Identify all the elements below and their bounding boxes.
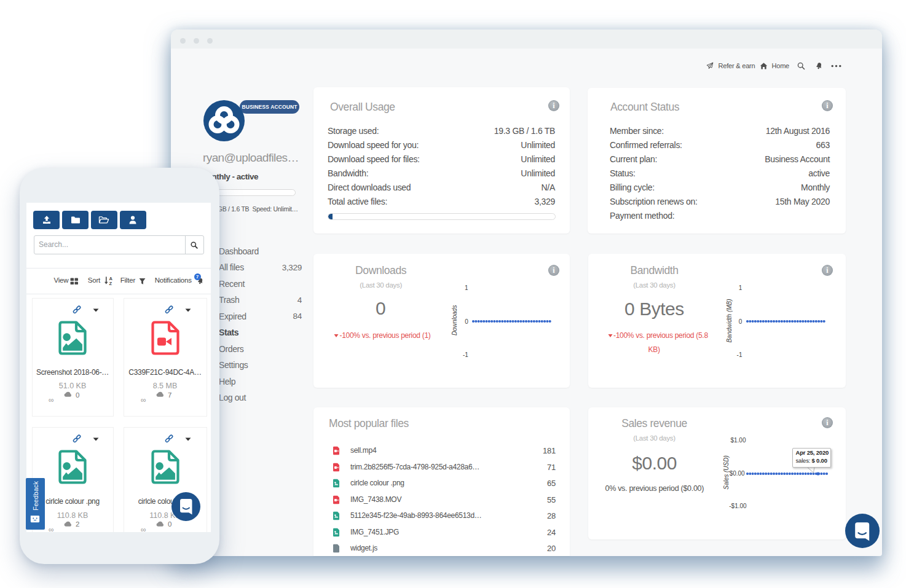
svg-text:Z: Z [109, 281, 112, 285]
svg-text:Sales (USD): Sales (USD) [723, 455, 730, 490]
svg-text:Bandwidth (MB): Bandwidth (MB) [726, 299, 733, 342]
svg-text:Downloads: Downloads [451, 305, 458, 335]
